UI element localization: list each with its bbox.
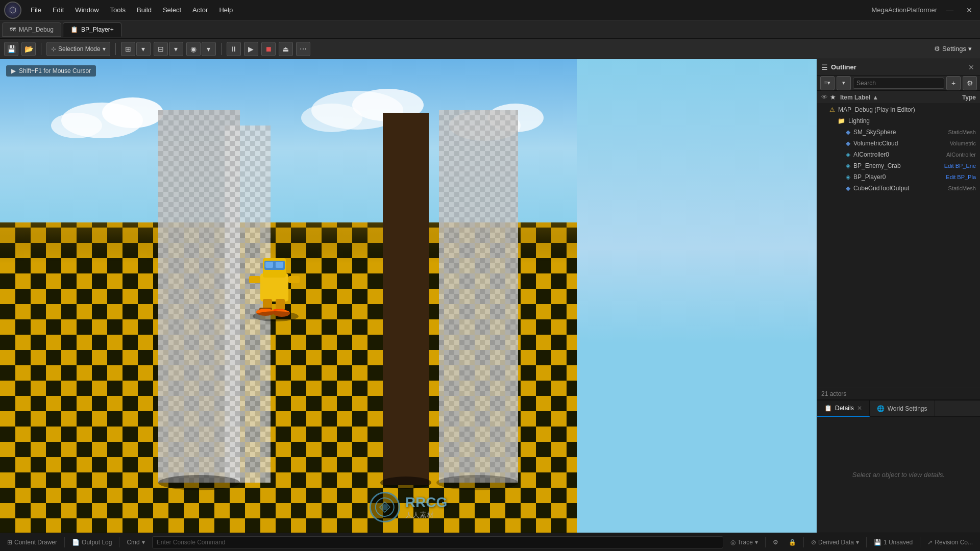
unsaved-label: 1 Unsaved <box>884 539 913 546</box>
list-item[interactable]: ◆ CubeGridToolOutput StaticMesh <box>817 183 980 194</box>
svg-point-36 <box>253 311 299 321</box>
content-drawer-label: Content Drawer <box>14 539 57 546</box>
details-empty-message: Select an object to view details. <box>852 471 945 479</box>
settings-button[interactable]: ⚙ Settings ▾ <box>930 43 976 55</box>
item-label: Lighting <box>848 117 974 124</box>
outliner-settings-button[interactable]: ⚙ <box>963 76 977 90</box>
pause-button[interactable]: ⏸ <box>227 42 241 56</box>
derived-data-button[interactable]: ⊘ Derived Data ▾ <box>808 538 862 547</box>
details-tabs: 📋 Details ✕ 🌐 World Settings <box>817 400 980 417</box>
list-item[interactable]: ◈ AIController0 AIController <box>817 149 980 160</box>
stop-button[interactable]: ⏹ <box>261 42 276 56</box>
tab-bp-player[interactable]: 📋 BP_Player+ <box>63 22 121 37</box>
viewport-hint: ▶ Shift+F1 for Mouse Cursor <box>6 65 96 77</box>
item-type: Edit BP_Pla <box>946 174 976 180</box>
menu-help[interactable]: Help <box>214 4 238 16</box>
menu-tools[interactable]: Tools <box>105 4 131 16</box>
svg-rect-26 <box>265 262 273 268</box>
menu-window[interactable]: Window <box>70 4 104 16</box>
selection-mode-button[interactable]: ⊹ Selection Mode ▾ <box>46 42 110 56</box>
status-right: ◎ Trace ▾ ⚙ 🔒 ⊘ Derived Data ▾ 💾 1 Unsav… <box>727 537 976 547</box>
console-input[interactable] <box>152 536 723 548</box>
watermark-logo <box>370 492 400 522</box>
list-item[interactable]: ⚠ MAP_Debug (Play In Editor) <box>817 104 980 115</box>
tab-map-icon: 🗺 <box>10 26 16 33</box>
item-type: Edit BP_Ene <box>944 163 976 169</box>
tab-world-settings[interactable]: 🌐 World Settings <box>870 400 935 417</box>
view-button[interactable]: ◉ <box>186 42 201 56</box>
hint-text: Shift+F1 for Mouse Cursor <box>19 67 91 74</box>
menu-bar: File Edit Window Tools Build Select Acto… <box>26 4 867 16</box>
minimize-button[interactable]: — <box>943 4 957 17</box>
list-item[interactable]: ◆ SM_SkySphere StaticMesh <box>817 127 980 138</box>
outliner-expand-button[interactable]: ▾ <box>837 76 851 90</box>
outliner-filter-button[interactable]: ≡▾ <box>820 76 835 90</box>
menu-file[interactable]: File <box>26 4 46 16</box>
unsaved-button[interactable]: 💾 1 Unsaved <box>871 538 916 547</box>
revision-button[interactable]: ↗ Revision Co... <box>924 538 976 547</box>
settings-icon-button[interactable]: ⚙ <box>770 538 781 547</box>
svg-point-12 <box>301 104 362 132</box>
menu-edit[interactable]: Edit <box>47 4 69 16</box>
transform-button[interactable]: ⊞ <box>121 42 135 56</box>
chevron-down-icon: ▾ <box>103 45 106 53</box>
trace-label: Trace <box>738 539 753 546</box>
trace-button[interactable]: ◎ Trace ▾ <box>727 538 761 547</box>
transform-dropdown[interactable]: ▾ <box>136 42 151 56</box>
output-log-button[interactable]: 📄 Output Log <box>69 538 115 547</box>
content-drawer-icon: ⊞ <box>7 539 12 546</box>
transform-group: ⊞ ▾ <box>121 42 151 56</box>
list-item[interactable]: 📁 Lighting <box>817 115 980 127</box>
tab-map-debug[interactable]: 🗺 MAP_Debug <box>2 22 61 37</box>
outliner: ☰ Outliner ✕ ≡▾ ▾ + ⚙ 👁 ★ Item Label ▲ T… <box>817 59 980 400</box>
lock-button[interactable]: 🔒 <box>786 538 799 547</box>
outliner-icon: ☰ <box>821 63 828 71</box>
svg-rect-27 <box>276 262 283 268</box>
settings-icon: ⚙ <box>934 45 940 53</box>
svg-rect-31 <box>276 299 285 310</box>
svg-point-39 <box>436 475 518 490</box>
play-button[interactable]: ▶ <box>244 42 258 56</box>
eject-button[interactable]: ⏏ <box>279 42 293 56</box>
item-type: AIController <box>946 152 976 158</box>
viewport-canvas: RRCG 人人素材 ▶ Shift+F1 for Mouse Cursor <box>0 59 817 533</box>
settings-label: Settings <box>942 45 966 53</box>
watermark-text-group: RRCG 人人素材 <box>405 494 447 520</box>
close-button[interactable]: ✕ <box>963 4 976 17</box>
menu-select[interactable]: Select <box>158 4 186 16</box>
viewport[interactable]: RRCG 人人素材 ▶ Shift+F1 for Mouse Cursor <box>0 59 817 533</box>
right-panel: ☰ Outliner ✕ ≡▾ ▾ + ⚙ 👁 ★ Item Label ▲ T… <box>817 59 980 533</box>
svg-rect-22 <box>439 110 518 483</box>
menu-build[interactable]: Build <box>132 4 157 16</box>
snap-dropdown[interactable]: ▾ <box>169 42 183 56</box>
more-button[interactable]: ⋯ <box>296 42 310 56</box>
outliner-add-button[interactable]: + <box>946 76 961 90</box>
tab-bp-icon: 📋 <box>70 26 78 33</box>
list-item[interactable]: ◆ VolumetricCloud Volumetric <box>817 138 980 149</box>
details-icon: 📋 <box>824 405 832 412</box>
outliner-list: ⚠ MAP_Debug (Play In Editor) 📁 Lighting … <box>817 104 980 388</box>
outliner-col-header: 👁 ★ Item Label ▲ Type <box>817 91 980 104</box>
warning-icon: ⚠ <box>829 106 835 113</box>
derived-data-label: Derived Data <box>818 539 854 546</box>
cmd-button[interactable]: Cmd ▾ <box>124 538 148 547</box>
list-item[interactable]: ◈ BP_Player0 Edit BP_Pla <box>817 171 980 183</box>
snap-button[interactable]: ⊟ <box>154 42 168 56</box>
status-sep-2 <box>119 537 119 547</box>
menu-actor[interactable]: Actor <box>187 4 213 16</box>
save-button[interactable]: 💾 <box>4 42 18 56</box>
watermark-sub: 人人素材 <box>405 511 447 520</box>
details-tab-close[interactable]: ✕ <box>857 405 862 412</box>
svg-rect-23 <box>260 273 288 302</box>
actor-count: 21 actors <box>817 388 980 399</box>
outliner-search-input[interactable] <box>853 78 944 89</box>
watermark: RRCG 人人素材 <box>370 492 447 522</box>
toolbar: 💾 📂 ⊹ Selection Mode ▾ ⊞ ▾ ⊟ ▾ ◉ ▾ ⏸ ▶ ⏹… <box>0 39 980 59</box>
tab-details[interactable]: 📋 Details ✕ <box>817 400 870 417</box>
view-dropdown[interactable]: ▾ <box>202 42 216 56</box>
open-button[interactable]: 📂 <box>21 42 36 56</box>
content-drawer-button[interactable]: ⊞ Content Drawer <box>4 538 60 547</box>
outliner-close-button[interactable]: ✕ <box>967 63 976 72</box>
tab-bar: 🗺 MAP_Debug 📋 BP_Player+ <box>0 20 980 39</box>
list-item[interactable]: ◈ BP_Enemy_Crab Edit BP_Ene <box>817 160 980 171</box>
